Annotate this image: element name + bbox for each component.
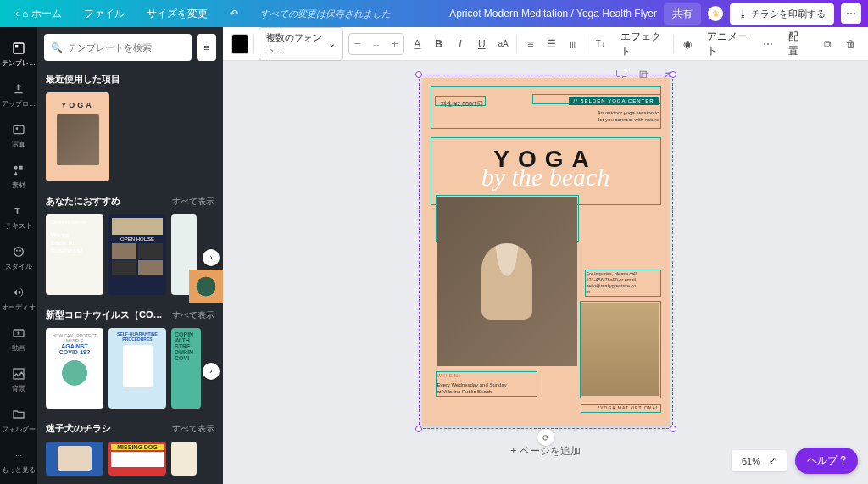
chevron-down-icon: ⌄ <box>328 38 336 49</box>
tagline-text[interactable]: An outdoor yoga session to let you conne… <box>598 110 659 124</box>
search-input[interactable] <box>68 42 185 53</box>
thumb-text: WITH <box>175 337 198 343</box>
resize-handle[interactable] <box>415 426 422 432</box>
show-all-link[interactable]: すべて表示 <box>172 423 214 435</box>
italic-button[interactable]: I <box>452 34 468 54</box>
folder-icon <box>11 407 26 422</box>
yoga-photo[interactable] <box>437 197 577 366</box>
when-label[interactable]: WHEN: <box>437 373 463 378</box>
crown-icon[interactable]: ♛ <box>708 6 723 21</box>
context-toolbar: 複数のフォント… ⌄ − -- + A B I U aA ≡ ☰ ⫼ T↓ エフ… <box>223 27 868 61</box>
font-select[interactable]: 複数のフォント… ⌄ <box>259 27 342 61</box>
resize-handle[interactable] <box>415 71 422 78</box>
font-size-stepper[interactable]: − -- + <box>348 33 404 55</box>
template-thumb[interactable]: COPIN WITH STRE DURIN COVI <box>171 328 201 409</box>
more-icon: ⋯ <box>11 448 26 463</box>
text-color-button[interactable]: A <box>409 34 426 54</box>
canvas-viewport[interactable]: 🗨 ⧉ ↗ 料金 ¥2,000/1回 // BELDEN YOGA CENTER <box>223 61 868 484</box>
more-menu[interactable]: ⋯ <box>841 3 861 24</box>
align-button[interactable]: ≡ <box>522 34 538 54</box>
copy-style-button[interactable]: ⧉ <box>819 34 836 54</box>
rail-background[interactable]: 背景 <box>0 359 37 400</box>
spacing-button[interactable]: ⫼ <box>565 34 581 54</box>
color-swatch[interactable] <box>231 34 248 54</box>
vertical-text-button[interactable]: T↓ <box>593 34 609 54</box>
print-button[interactable]: ⭳ チラシを印刷する <box>730 3 834 25</box>
delete-button[interactable]: 🗑 <box>843 34 860 54</box>
show-all-link[interactable]: すべて表示 <box>172 196 214 208</box>
template-thumb[interactable]: HOW CAN I PROTECT MYSELF AGAINST COVID-1… <box>46 328 103 409</box>
inquiry-text[interactable]: For inquiries, please call 123-456-78a90… <box>587 271 659 296</box>
home-button[interactable]: ‹ ⌂ ホーム <box>7 3 70 25</box>
home-icon: ⌂ <box>22 8 28 19</box>
fullscreen-icon[interactable]: ⤢ <box>769 455 776 466</box>
undo-button[interactable]: ↶ <box>221 4 247 23</box>
search-box[interactable]: 🔍 <box>44 34 192 61</box>
thumb-text: MISSING DOG <box>111 444 164 450</box>
font-name: 複数のフォント… <box>266 31 324 57</box>
rail-text[interactable]: T テキスト <box>0 197 37 237</box>
text-line: m <box>587 289 659 295</box>
size-minus[interactable]: − <box>349 34 366 54</box>
size-plus[interactable]: + <box>387 34 403 54</box>
when-text[interactable]: Every Wednesday and Sunday at Villarino … <box>437 381 507 396</box>
canvas-area: 複数のフォント… ⌄ − -- + A B I U aA ≡ ☰ ⫼ T↓ エフ… <box>223 27 868 484</box>
thumb-text: STRE <box>175 343 198 349</box>
script-text[interactable]: by the beach <box>422 163 670 192</box>
scroll-right-button[interactable]: › <box>203 249 220 266</box>
thumb-text: DURIN <box>175 349 198 355</box>
template-thumb[interactable]: OPEN HOUSE <box>108 214 166 295</box>
resize-handle[interactable] <box>670 426 676 432</box>
more-toolbar[interactable]: ⋯ <box>760 34 776 54</box>
chevron-left-icon: ‹ <box>15 8 19 19</box>
rail-style[interactable]: スタイル <box>0 237 37 278</box>
effects-button[interactable]: エフェクト <box>614 26 668 62</box>
case-button[interactable]: aA <box>495 34 511 54</box>
svg-rect-2 <box>14 125 24 133</box>
file-menu[interactable]: ファイル <box>75 3 133 25</box>
rail-audio[interactable]: オーディオ <box>0 278 37 319</box>
rail-more[interactable]: ⋯ もっと見る <box>0 441 37 481</box>
size-value[interactable]: -- <box>366 39 387 49</box>
rail-label: 動画 <box>12 343 25 353</box>
add-page-button[interactable]: + ページを追加 <box>510 444 580 459</box>
rotate-handle[interactable]: ⟳ <box>537 429 554 446</box>
text-line: For inquiries, please call <box>587 271 659 277</box>
template-thumb[interactable] <box>171 442 197 476</box>
zoom-control[interactable]: 61% ⤢ <box>732 450 787 471</box>
help-button[interactable]: ヘルプ ? <box>795 448 858 474</box>
template-thumb[interactable]: Congratulations We're back in business! <box>46 214 103 295</box>
share-button[interactable]: 共有 <box>664 3 701 25</box>
rail-templates[interactable]: テンプレ… <box>0 34 37 75</box>
resize-handle[interactable] <box>670 71 676 78</box>
scroll-right-button[interactable]: › <box>203 363 220 380</box>
svg-rect-5 <box>19 166 23 170</box>
position-button[interactable]: 配置 <box>782 26 812 62</box>
template-thumb[interactable]: MISSING DOG <box>108 442 166 476</box>
animate-button[interactable]: アニメート <box>700 26 754 62</box>
bold-button[interactable]: B <box>431 34 447 54</box>
sand-photo[interactable] <box>581 303 659 396</box>
filter-button[interactable]: ≡ <box>197 34 216 61</box>
flyer-page[interactable]: 料金 ¥2,000/1回 // BELDEN YOGA CENTER An ou… <box>422 78 670 426</box>
svg-point-4 <box>14 166 18 170</box>
list-button[interactable]: ☰ <box>543 34 559 54</box>
show-all-link[interactable]: すべて表示 <box>172 309 214 321</box>
section-title-lostdog: 迷子犬のチラシ <box>46 422 111 435</box>
thumb-text: OPEN HOUSE <box>112 236 163 242</box>
underline-button[interactable]: U <box>474 34 490 54</box>
resize-button[interactable]: サイズを変更 <box>138 3 216 25</box>
document-title[interactable]: Apricot Modern Meditation / Yoga Health … <box>449 8 657 19</box>
template-thumb[interactable]: SELF-QUARANTINE PROCEDURES <box>108 328 166 409</box>
mat-text[interactable]: *YOGA MAT OPTIONAL <box>598 405 659 410</box>
rail-video[interactable]: 動画 <box>0 319 37 359</box>
template-thumb[interactable] <box>46 442 103 476</box>
template-thumb[interactable]: YOGA <box>46 92 109 181</box>
rail-folder[interactable]: フォルダー <box>0 400 37 441</box>
video-icon <box>11 325 26 341</box>
price-text[interactable]: 料金 ¥2,000/1回 <box>437 98 487 110</box>
rail-photo[interactable]: 写真 <box>0 115 37 156</box>
rail-elements[interactable]: 素材 <box>0 156 37 197</box>
rail-upload[interactable]: アップロ… <box>0 75 37 115</box>
center-name-text[interactable]: // BELDEN YOGA CENTER <box>569 97 659 105</box>
